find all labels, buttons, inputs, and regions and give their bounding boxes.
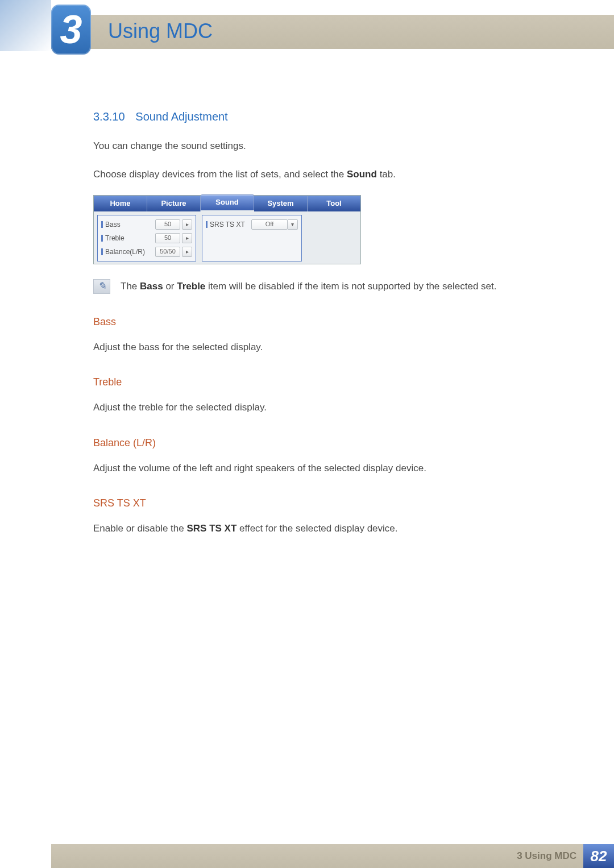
srs-row: SRS TS XT Off ▾ [206,218,298,231]
treble-stepper-button[interactable]: ▸ [182,233,192,243]
section-heading: 3.3.10 Sound Adjustment [93,108,563,125]
chapter-title: Using MDC [108,19,213,43]
note-row: ✎ The Bass or Treble item will be disabl… [93,279,563,294]
intro-paragraph-1: You can change the sound settings. [93,139,563,153]
balance-row: Balance(L/R) 50/50 ▸ [101,245,192,259]
note-bold-treble: Treble [177,281,205,292]
tab-tool[interactable]: Tool [308,196,360,211]
note-text: The Bass or Treble item will be disabled… [121,279,497,294]
bass-label: Bass [105,219,155,230]
treble-row: Treble 50 ▸ [101,231,192,245]
page-content: 3.3.10 Sound Adjustment You can change t… [93,108,563,536]
treble-label: Treble [105,233,155,243]
note-bold-bass: Bass [140,281,163,292]
sound-panel-screenshot: Home Picture Sound System Tool Bass 50 ▸… [93,195,361,264]
bass-value[interactable]: 50 [155,219,180,230]
srs-p-a: Enable or disable the [93,523,186,534]
panel-body: Bass 50 ▸ Treble 50 ▸ Balance(L/R) 50/50… [94,211,360,264]
srs-p-bold: SRS TS XT [186,523,237,534]
panel-tabs: Home Picture Sound System Tool [94,196,360,211]
sound-levels-group: Bass 50 ▸ Treble 50 ▸ Balance(L/R) 50/50… [97,215,196,261]
bass-paragraph: Adjust the bass for the selected display… [93,340,563,355]
tab-home[interactable]: Home [94,196,147,211]
intro2-bold: Sound [347,169,377,180]
note-mid: or [163,281,177,292]
srs-p-b: effect for the selected display device. [237,523,397,534]
bass-stepper-button[interactable]: ▸ [182,219,192,230]
tab-sound[interactable]: Sound [201,194,254,210]
balance-label: Balance(L/R) [105,247,155,257]
intro-paragraph-2: Choose display devices from the list of … [93,167,563,182]
srs-label: SRS TS XT [210,219,251,230]
section-title: Sound Adjustment [135,110,227,123]
bass-heading: Bass [93,314,563,330]
page-number-badge: 82 [583,844,614,868]
balance-paragraph: Adjust the volume of the left and right … [93,461,563,476]
page-footer: 3 Using MDC 82 [51,844,614,868]
srs-heading: SRS TS XT [93,496,563,511]
row-marker-icon [101,235,103,242]
chapter-number-badge: 3 [51,5,91,55]
srs-group: SRS TS XT Off ▾ [202,215,302,261]
row-marker-icon [101,248,103,255]
balance-stepper-button[interactable]: ▸ [182,247,192,257]
balance-heading: Balance (L/R) [93,435,563,451]
tab-picture[interactable]: Picture [147,196,201,211]
row-marker-icon [206,221,208,228]
bass-row: Bass 50 ▸ [101,218,192,231]
note-a: The [121,281,140,292]
note-c: item will be disabled if the item is not… [205,281,496,292]
intro2-text-b: tab. [377,169,396,180]
row-marker-icon [101,221,103,228]
srs-dropdown-value[interactable]: Off [251,219,288,230]
treble-heading: Treble [93,375,563,390]
balance-value[interactable]: 50/50 [155,247,180,257]
treble-value[interactable]: 50 [155,233,180,243]
section-number: 3.3.10 [93,110,125,123]
footer-chapter-text: 3 Using MDC [517,850,576,862]
intro2-text-a: Choose display devices from the list of … [93,169,347,180]
note-icon: ✎ [93,279,110,294]
tab-system[interactable]: System [254,196,308,211]
srs-paragraph: Enable or disable the SRS TS XT effect f… [93,521,563,536]
corner-gradient [0,0,51,51]
srs-dropdown-arrow[interactable]: ▾ [288,219,298,230]
treble-paragraph: Adjust the treble for the selected displ… [93,400,563,415]
